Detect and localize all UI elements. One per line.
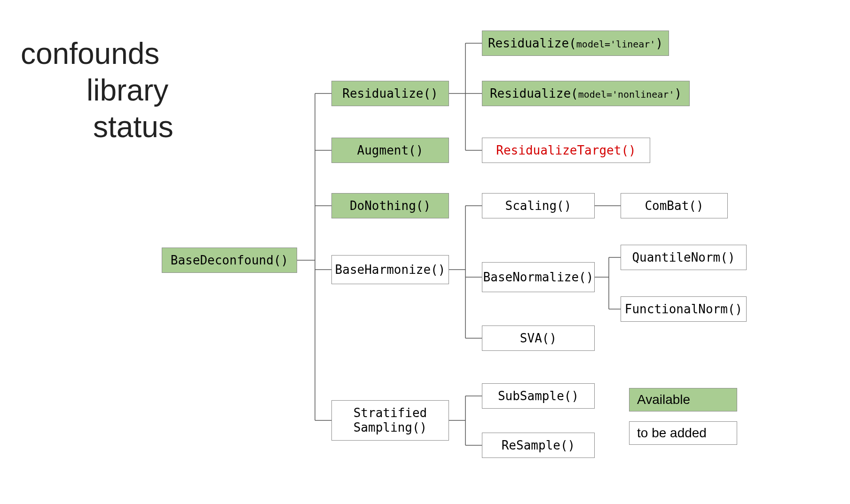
node-combat: ComBat() — [621, 193, 728, 218]
node-label: Augment() — [357, 143, 424, 157]
node-resample: ReSample() — [482, 433, 595, 458]
node-label: BaseHarmonize() — [335, 263, 446, 277]
node-label: ReSample() — [502, 438, 575, 452]
node-augment: Augment() — [331, 138, 449, 163]
node-donothing: DoNothing() — [331, 193, 449, 218]
node-label: Residualize(model='linear') — [488, 36, 663, 50]
node-base-deconfound: BaseDeconfound() — [162, 248, 297, 273]
node-label: Residualize(model='nonlinear') — [490, 86, 682, 101]
page-title-line1: confounds — [21, 36, 159, 71]
node-label: ResidualizeTarget() — [496, 143, 636, 157]
legend-label: Available — [637, 392, 690, 407]
node-scaling: Scaling() — [482, 193, 595, 218]
node-residualize: Residualize() — [331, 81, 449, 106]
node-label: BaseDeconfound() — [171, 253, 288, 267]
node-residualize-linear: Residualize(model='linear') — [482, 31, 669, 56]
legend-to-be-added: to be added — [629, 421, 737, 445]
node-label: StratifiedSampling() — [354, 406, 427, 435]
node-label: ComBat() — [645, 199, 703, 213]
node-label: FunctionalNorm() — [625, 302, 742, 316]
node-basenormalize: BaseNormalize() — [482, 262, 595, 292]
node-functionalnorm: FunctionalNorm() — [621, 296, 747, 322]
page-title-line2: library — [87, 73, 168, 108]
node-label: Scaling() — [505, 199, 572, 213]
node-residualize-nonlinear: Residualize(model='nonlinear') — [482, 81, 690, 106]
node-subsample: SubSample() — [482, 383, 595, 409]
node-label: Residualize() — [342, 86, 438, 101]
page-title-line3: status — [93, 109, 173, 144]
node-label: DoNothing() — [350, 199, 431, 213]
legend-label: to be added — [637, 426, 707, 441]
node-baseharmonize: BaseHarmonize() — [331, 255, 449, 284]
legend-available: Available — [629, 388, 737, 411]
node-label: SVA() — [520, 331, 557, 345]
node-label: SubSample() — [498, 389, 579, 403]
node-stratified-sampling: StratifiedSampling() — [331, 400, 449, 441]
node-sva: SVA() — [482, 326, 595, 351]
node-residualize-target: ResidualizeTarget() — [482, 138, 650, 163]
node-quantilenorm: QuantileNorm() — [621, 245, 747, 270]
node-label: QuantileNorm() — [632, 250, 735, 264]
node-label: BaseNormalize() — [483, 270, 594, 284]
